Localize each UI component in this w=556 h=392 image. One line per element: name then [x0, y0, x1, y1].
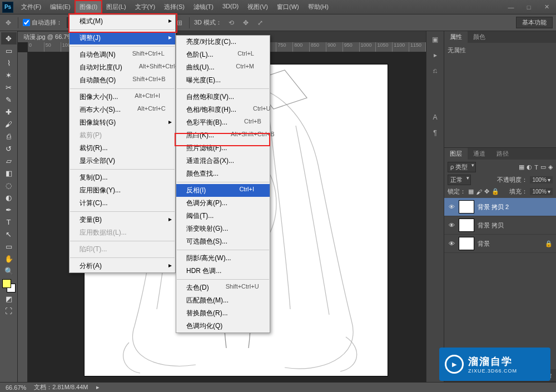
lock-pos-icon[interactable]: ✥: [484, 188, 489, 195]
tab-properties[interactable]: 属性: [444, 31, 468, 43]
workspace-button[interactable]: 基本功能: [516, 17, 553, 28]
docinfo-readout[interactable]: 文档：2.81M/8.44M: [34, 383, 88, 391]
zoom-readout[interactable]: 66.67%: [6, 384, 26, 391]
menu-item[interactable]: 自动色调(N)Shift+Ctrl+L: [70, 48, 175, 61]
menu-item[interactable]: 显示全部(V): [70, 155, 175, 167]
menu-item[interactable]: 可选颜色(S)...: [176, 235, 270, 248]
quickmask-tool[interactable]: ◩: [1, 292, 17, 305]
menu-item[interactable]: 替换颜色(R)...: [176, 307, 270, 320]
menu-item[interactable]: 阴影/高光(W)...: [176, 252, 270, 265]
filter-shape-icon[interactable]: ▭: [540, 163, 546, 171]
menu-item[interactable]: 应用图像(Y)...: [70, 184, 175, 197]
layer-row[interactable]: 👁 背景 🔒: [444, 235, 556, 253]
menu-item[interactable]: 色调分离(P)...: [176, 197, 270, 210]
stamp-tool[interactable]: ⎙: [1, 130, 17, 142]
visibility-icon[interactable]: 👁: [448, 222, 455, 229]
pen-tool[interactable]: ✒: [1, 204, 17, 216]
visibility-icon[interactable]: 👁: [448, 204, 455, 210]
menu-item[interactable]: 裁切(R)...: [70, 142, 175, 155]
menu-layer[interactable]: 图层(L): [102, 1, 130, 13]
path-select-tool[interactable]: ↖: [1, 228, 17, 240]
lock-all-icon[interactable]: 🔒: [492, 188, 499, 195]
para-panel-icon[interactable]: ¶: [429, 127, 441, 139]
menu-item[interactable]: 自然饱和度(V)...: [176, 91, 270, 103]
menu-item[interactable]: 颜色查找...: [176, 167, 270, 180]
close-button[interactable]: ✕: [539, 3, 554, 12]
layer-name[interactable]: 背景 拷贝: [478, 221, 553, 230]
tab-layers[interactable]: 图层: [444, 148, 468, 160]
filter-pixel-icon[interactable]: ▦: [519, 163, 524, 171]
mode3d-orbit-icon[interactable]: ⟲: [226, 18, 236, 28]
filter-type-icon[interactable]: T: [534, 164, 538, 171]
menu-item[interactable]: HDR 色调...: [176, 265, 270, 277]
brush-tool[interactable]: 🖌: [1, 118, 17, 130]
layer-name[interactable]: 背景 拷贝 2: [478, 203, 553, 211]
menu-item[interactable]: 画布大小(S)...Alt+Ctrl+C: [70, 103, 175, 116]
menu-item[interactable]: 黑白(K)...Alt+Shift+Ctrl+B: [176, 129, 270, 142]
menu-type[interactable]: 文字(Y): [131, 1, 160, 13]
opacity-field[interactable]: 100%▾: [530, 176, 553, 183]
lock-paint-icon[interactable]: 🖌: [476, 188, 482, 195]
actions-icon[interactable]: ▸: [429, 49, 441, 61]
type-tool[interactable]: T: [1, 216, 17, 228]
menu-select[interactable]: 选择(S): [160, 1, 189, 13]
menu-item[interactable]: 曲线(U)...Ctrl+M: [176, 61, 270, 74]
menu-item[interactable]: 照片滤镜(F)...: [176, 142, 270, 155]
filter-smart-icon[interactable]: ◈: [548, 163, 553, 171]
menu-edit[interactable]: 编辑(E): [46, 1, 75, 13]
menu-item[interactable]: 变量(B): [70, 214, 175, 226]
menu-item[interactable]: 调整(J): [70, 32, 175, 44]
menu-3d[interactable]: 3D(D): [218, 1, 243, 13]
menu-item[interactable]: 反相(I)Ctrl+I: [176, 184, 270, 197]
tab-color[interactable]: 颜色: [468, 31, 491, 43]
menu-item[interactable]: 去色(D)Shift+Ctrl+U: [176, 281, 270, 294]
history-icon[interactable]: ▣: [429, 33, 441, 46]
dodge-tool[interactable]: ◐: [1, 191, 17, 204]
heal-tool[interactable]: ✚: [1, 106, 17, 118]
zoom-tool[interactable]: 🔍: [1, 265, 17, 277]
menu-image[interactable]: 图像(I): [75, 1, 102, 13]
blend-mode-dropdown[interactable]: 正常: [448, 175, 471, 185]
menu-item[interactable]: 亮度/对比度(C)...: [176, 36, 270, 48]
crop-tool[interactable]: ✂: [1, 81, 17, 93]
lasso-tool[interactable]: ⌇: [1, 57, 17, 69]
menu-item[interactable]: 图像旋转(G): [70, 116, 175, 129]
char-panel-icon[interactable]: A: [429, 111, 441, 123]
brush-panel-icon[interactable]: ⎌: [429, 64, 441, 77]
filter-adjust-icon[interactable]: ◐: [527, 163, 532, 171]
menu-item[interactable]: 自动对比度(U)Alt+Shift+Ctrl+L: [70, 61, 175, 74]
maximize-button[interactable]: □: [522, 3, 536, 12]
menu-filter[interactable]: 滤镜(T): [189, 1, 218, 13]
marquee-tool[interactable]: ▭: [1, 44, 17, 57]
menu-item[interactable]: 图像大小(I)...Alt+Ctrl+I: [70, 91, 175, 103]
blur-tool[interactable]: ◌: [1, 179, 17, 191]
menu-item[interactable]: 模式(M): [70, 15, 175, 28]
auto-select-checkbox[interactable]: 自动选择：: [23, 18, 62, 27]
menu-item[interactable]: 通道混合器(X)...: [176, 155, 270, 167]
eyedropper-tool[interactable]: ✎: [1, 93, 17, 106]
menu-item[interactable]: 色阶(L)...Ctrl+L: [176, 48, 270, 61]
move-tool[interactable]: ✥: [1, 32, 17, 44]
menu-item[interactable]: 色相/饱和度(H)...Ctrl+U: [176, 103, 270, 116]
screenmode-tool[interactable]: ⛶: [1, 305, 17, 317]
menu-item[interactable]: 匹配颜色(M)...: [176, 294, 270, 307]
gradient-tool[interactable]: ◧: [1, 167, 17, 179]
menu-window[interactable]: 窗口(W): [272, 1, 304, 13]
lock-trans-icon[interactable]: ▦: [468, 188, 474, 195]
layer-row[interactable]: 👁 背景 拷贝: [444, 216, 556, 235]
menu-file[interactable]: 文件(F): [17, 1, 46, 13]
layer-kind-dropdown[interactable]: ρ 类型: [448, 162, 476, 172]
menu-help[interactable]: 帮助(H): [304, 1, 333, 13]
color-swatch[interactable]: [2, 279, 16, 292]
menu-item[interactable]: 自动颜色(O)Shift+Ctrl+B: [70, 74, 175, 87]
shape-tool[interactable]: ▭: [1, 240, 17, 252]
wand-tool[interactable]: ✶: [1, 69, 17, 81]
menu-item[interactable]: 色彩平衡(B)...Ctrl+B: [176, 116, 270, 129]
history-brush-tool[interactable]: ↺: [1, 142, 17, 155]
tab-channels[interactable]: 通道: [468, 148, 491, 160]
layer-row[interactable]: 👁 背景 拷贝 2: [444, 198, 556, 216]
mode3d-zoom-icon[interactable]: ⤢: [255, 18, 265, 28]
fill-field[interactable]: 100%▾: [530, 188, 553, 195]
menu-item[interactable]: 计算(C)...: [70, 197, 175, 210]
tab-paths[interactable]: 路径: [491, 148, 514, 160]
